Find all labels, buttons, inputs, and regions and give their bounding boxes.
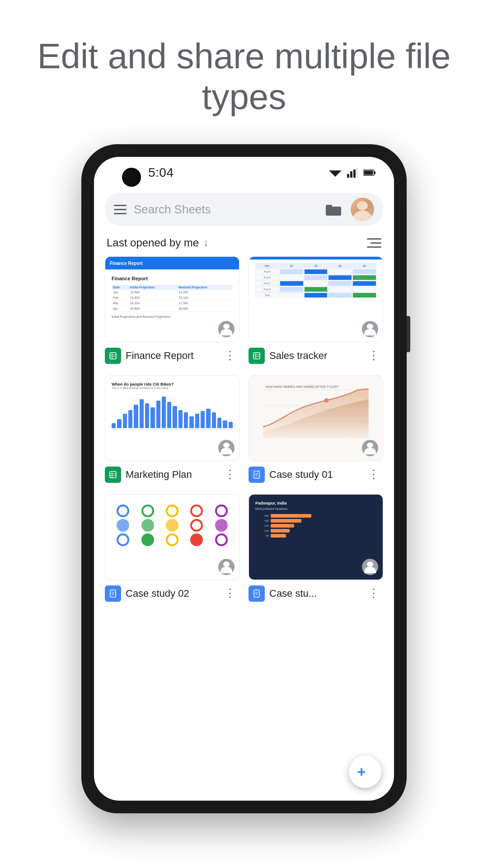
sort-arrow-icon: ↓	[203, 237, 208, 249]
svg-text:+: +	[357, 763, 366, 780]
file-icon-docs-case02	[105, 585, 121, 602]
finance-report-name: Finance Report	[126, 350, 216, 362]
list-line-2	[371, 242, 381, 244]
folder-icon[interactable]	[324, 201, 343, 217]
shared-avatar-marketing	[218, 440, 235, 456]
list-line-3	[367, 246, 381, 248]
case03-thumbnail: Padmapur, India Most polluted locations …	[249, 494, 383, 580]
svg-point-26	[324, 398, 328, 402]
wifi-icon	[329, 168, 342, 178]
case-study-03-name: Case stu...	[269, 588, 360, 599]
file-meta-case03: Case stu... ⋮	[249, 580, 383, 604]
avatar-image	[351, 198, 374, 221]
status-bar: 5:04	[94, 157, 394, 189]
file-item-case-study-03[interactable]: Padmapur, India Most polluted locations …	[249, 494, 383, 604]
case-study-01-more[interactable]: ⋮	[364, 466, 383, 483]
file-item-finance-report[interactable]: Finance Report Finance Report DateInitia…	[105, 256, 239, 366]
case01-chart-svg: HOW MANY BABIES ARE NAMED AFTER TYLER?	[253, 379, 379, 443]
file-icon-sheets-sales	[249, 348, 265, 364]
svg-rect-1	[347, 174, 349, 178]
svg-rect-7	[364, 171, 373, 175]
google-plus-fab[interactable]: +	[349, 755, 381, 788]
sort-row: Last opened by me ↓	[94, 233, 394, 256]
status-time: 5:04	[148, 165, 174, 180]
bar-chart-bar	[150, 407, 155, 429]
svg-rect-9	[326, 205, 332, 209]
file-meta-case01: Case study 01 ⋮	[249, 461, 383, 485]
bar-chart-bar	[212, 412, 216, 428]
search-bar-container: Search Sheets	[94, 189, 394, 233]
file-item-sales-tracker[interactable]: Item Q1 Q2 Q3 Q4 Prod A Prod B	[249, 256, 383, 366]
case-study-02-name: Case study 02	[126, 588, 216, 599]
marketing-doc-title: When do people ride Citi Bikes?	[112, 382, 233, 387]
file-item-case-study-02[interactable]: Case study 02 ⋮	[105, 494, 239, 604]
hero-section: Edit and share multiple file types	[0, 0, 488, 135]
file-meta-case02: Case study 02 ⋮	[105, 580, 239, 604]
svg-rect-14	[253, 353, 260, 359]
bar-chart-bar	[123, 414, 127, 428]
file-icon-docs-case01	[249, 467, 265, 483]
marketing-plan-more[interactable]: ⋮	[221, 466, 239, 483]
search-bar[interactable]: Search Sheets	[105, 193, 383, 226]
status-icons	[329, 168, 376, 178]
bar-chart-bar	[156, 401, 160, 428]
bar-chart-bar	[195, 414, 199, 428]
shared-avatar-sales	[362, 321, 378, 337]
folder-svg	[326, 203, 341, 216]
case-study-01-name: Case study 01	[269, 469, 360, 481]
svg-marker-0	[329, 170, 342, 177]
marketing-subtitle: The U.S. Bike-sharing revolution is in f…	[112, 387, 233, 389]
bar-chart-bar	[184, 412, 188, 428]
bar-chart-bar	[145, 403, 149, 428]
case-study-02-more[interactable]: ⋮	[221, 585, 239, 602]
phone-wrapper: 5:04	[0, 135, 488, 813]
list-line-1	[367, 238, 381, 240]
bar-chart-bar	[140, 399, 144, 428]
sales-tracker-thumbnail: Item Q1 Q2 Q3 Q4 Prod A Prod B	[249, 256, 383, 342]
bar-chart-bar	[173, 406, 177, 429]
bar-chart-bar	[134, 405, 138, 429]
svg-rect-3	[353, 170, 356, 178]
file-icon-sheets-marketing	[105, 467, 121, 483]
sort-text: Last opened by me	[107, 236, 199, 249]
case-study-03-more[interactable]: ⋮	[364, 585, 383, 602]
svg-rect-2	[350, 171, 352, 178]
file-icon-sheets-finance	[105, 348, 121, 364]
shared-avatar-case01	[362, 440, 378, 456]
bar-chart-bar	[217, 418, 221, 428]
shared-avatar-case03	[362, 559, 378, 575]
bar-chart-bar	[128, 410, 132, 429]
sales-tracker-more[interactable]: ⋮	[364, 347, 383, 364]
hero-title: Edit and share multiple file types	[27, 36, 461, 117]
svg-text:HOW MANY BABIES ARE NAMED AFTE: HOW MANY BABIES ARE NAMED AFTER TYLER?	[265, 385, 338, 388]
file-item-case-study-01[interactable]: HOW MANY BABIES ARE NAMED AFTER TYLER? C…	[249, 375, 383, 485]
search-input[interactable]: Search Sheets	[134, 203, 316, 217]
bar-chart-bar	[117, 419, 121, 428]
file-meta-sales: Sales tracker ⋮	[249, 342, 383, 366]
case01-thumbnail: HOW MANY BABIES ARE NAMED AFTER TYLER?	[249, 375, 383, 461]
file-meta-finance: Finance Report ⋮	[105, 342, 239, 366]
hamburger-menu-icon[interactable]	[114, 205, 127, 214]
file-icon-docs-case03	[249, 585, 265, 602]
bar-chart-bar	[189, 416, 193, 428]
bar-chart-bar	[112, 423, 116, 429]
marketing-plan-name: Marketing Plan	[126, 469, 216, 481]
files-grid: Finance Report Finance Report DateInitia…	[94, 256, 394, 604]
bar-chart-bar	[162, 396, 166, 428]
file-item-marketing-plan[interactable]: When do people ride Citi Bikes? The U.S.…	[105, 375, 239, 485]
bar-chart-bar	[223, 420, 227, 429]
bar-chart-bar	[201, 411, 205, 428]
shared-avatar-case02	[218, 559, 235, 575]
finance-report-more[interactable]: ⋮	[221, 347, 239, 364]
marketing-plan-thumbnail: When do people ride Citi Bikes? The U.S.…	[105, 375, 239, 461]
shared-avatar-finance	[218, 321, 235, 337]
google-plus-icon: +	[356, 763, 374, 781]
list-view-toggle[interactable]	[367, 238, 381, 248]
bar-chart-bar	[167, 402, 171, 428]
sort-label[interactable]: Last opened by me ↓	[107, 236, 208, 249]
user-avatar[interactable]	[351, 198, 374, 221]
phone-frame: 5:04	[81, 144, 407, 813]
file-meta-marketing: Marketing Plan ⋮	[105, 461, 239, 485]
signal-icon	[347, 168, 358, 178]
bar-chart-bar	[178, 410, 183, 429]
